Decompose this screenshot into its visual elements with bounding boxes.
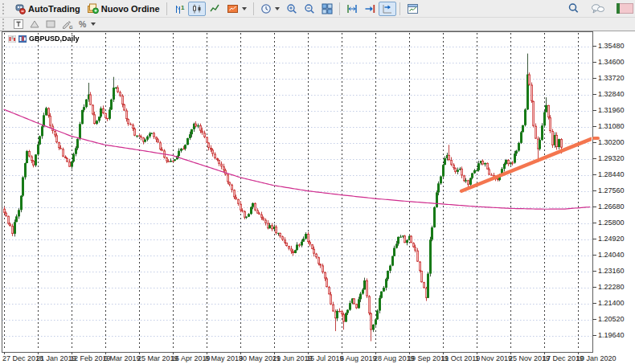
new-order-button[interactable]: Nuovo Ordine: [84, 2, 163, 16]
price-chart[interactable]: [2, 32, 592, 351]
toolbar-separator: [166, 2, 167, 15]
chevron-down-icon[interactable]: [275, 7, 280, 10]
toolbar-grip[interactable]: [2, 18, 8, 30]
price-axis-tick: [592, 255, 596, 256]
y-axis-label: 1.22280: [598, 283, 625, 291]
price-axis-tick: [592, 110, 596, 111]
price-axis-tick: [592, 126, 596, 127]
toolbar-separator: [253, 2, 254, 15]
chart-shift-button[interactable]: [379, 2, 396, 16]
pencil-tool-icon: G: [61, 18, 73, 30]
price-axis-tick: [592, 319, 596, 320]
y-axis-label: 1.24040: [598, 251, 625, 259]
y-axis-label: 1.27560: [598, 186, 625, 194]
zoom-in-icon: [286, 3, 297, 14]
price-axis-tick: [592, 142, 596, 143]
window-edge-fragment: [617, 3, 633, 14]
chart-shift-icon: [382, 3, 393, 14]
zoom-out-button[interactable]: [301, 2, 318, 16]
periods-button[interactable]: [257, 2, 283, 16]
y-axis-label: 1.29320: [598, 154, 625, 162]
y-axis-label: 1.33720: [598, 74, 625, 82]
triangle-tool-icon: [29, 18, 40, 30]
svg-text:%: %: [79, 19, 87, 29]
auto-scroll-icon: [364, 3, 375, 14]
price-axis-tick: [592, 335, 596, 336]
toolbar-grip[interactable]: [2, 3, 8, 14]
drawing-toolbar: G%: [0, 18, 635, 31]
price-axis-tick: [592, 62, 596, 63]
chat-icon: [591, 3, 605, 14]
y-axis-label: 1.23160: [598, 267, 625, 275]
price-axis-tick: [592, 239, 596, 239]
svg-text:G: G: [69, 25, 73, 30]
mini-chart-icon-blue: [18, 35, 27, 43]
y-axis-label: 1.30200: [598, 138, 625, 146]
bar-chart-icon: 1: [174, 3, 185, 14]
toolbar-separator: [399, 2, 400, 15]
chart-symbol-label: GBPUSD,Daily: [29, 35, 80, 43]
x-axis-label: 6 Mar 2019: [104, 354, 141, 362]
y-axis-label: 1.31960: [598, 106, 625, 114]
chart-area: GBPUSD,Daily 1.354801.346001.337201.3284…: [0, 32, 635, 364]
autotrading-icon: [14, 3, 26, 14]
price-axis-tick: [592, 94, 596, 95]
zoom-out-icon: [304, 3, 315, 14]
symbol-label-row: GBPUSD,Daily: [8, 35, 80, 43]
y-axis-label: 1.26680: [598, 202, 625, 211]
search-button[interactable]: [564, 2, 583, 16]
new-chart-button[interactable]: [223, 2, 250, 16]
main-toolbar: AutoTradingNuovo Ordine1: [0, 0, 635, 18]
price-axis: 1.354801.346001.337201.328401.319601.310…: [592, 31, 635, 351]
y-axis-label: 1.34600: [598, 58, 625, 66]
candlestick-chart-button[interactable]: [188, 2, 206, 16]
templates-button[interactable]: [404, 2, 422, 16]
templates-icon: [407, 3, 419, 14]
autotrading-button-label: AutoTrading: [28, 4, 80, 14]
y-axis-label: 1.31080: [598, 122, 625, 130]
bar-chart-button[interactable]: 1: [170, 2, 188, 16]
chevron-down-icon[interactable]: [91, 22, 96, 26]
price-axis-tick: [592, 190, 596, 191]
candlestick-chart-icon: [191, 3, 203, 14]
price-axis-tick: [592, 303, 596, 304]
draw-tool-button[interactable]: G: [59, 18, 76, 30]
shapes-tool-button[interactable]: [27, 18, 43, 30]
price-axis-tick: [592, 223, 596, 223]
text-tool-button[interactable]: [10, 18, 27, 30]
x-axis-label: 10 Jan 2020: [576, 354, 617, 362]
price-axis-tick: [592, 207, 596, 207]
tile-windows-button[interactable]: [318, 2, 336, 16]
search-icon: [567, 2, 580, 14]
metatrader-window: AutoTradingNuovo Ordine1 G% GBPUSD,Daily…: [0, 0, 635, 364]
zoom-in-button[interactable]: [283, 2, 301, 16]
price-axis-tick: [592, 174, 596, 175]
y-axis-label: 1.25800: [598, 219, 625, 227]
new-chart-icon: [227, 3, 239, 14]
new-order-button-label: Nuovo Ordine: [101, 4, 160, 14]
chevron-down-icon[interactable]: [242, 7, 247, 10]
y-axis-label: 1.35480: [598, 42, 625, 50]
auto-scroll-button[interactable]: [361, 2, 379, 16]
price-axis-tick: [592, 78, 596, 79]
y-axis-label: 1.21400: [598, 299, 625, 307]
fixed-scale-button[interactable]: [343, 2, 361, 16]
plot-frame: GBPUSD,Daily: [2, 31, 593, 353]
fixed-scale-icon: [346, 3, 358, 14]
autotrading-button[interactable]: AutoTrading: [10, 2, 84, 16]
svg-text:1: 1: [181, 4, 185, 11]
chat-button[interactable]: [588, 2, 608, 16]
price-axis-tick: [592, 158, 596, 159]
y-axis-label: 1.32840: [598, 90, 625, 98]
mini-chart-icon-red: [8, 35, 16, 43]
x-axis-label: 1 Nov 2019: [475, 354, 512, 362]
time-axis: 27 Dec 201821 Jan 201912 Feb 20196 Mar 2…: [0, 352, 635, 364]
percent-tool-button[interactable]: %: [76, 18, 98, 30]
rectangle-tool-button[interactable]: [43, 18, 59, 30]
price-axis-tick: [592, 271, 596, 272]
toolbar-right-cluster: [564, 2, 633, 16]
x-axis-label: 8 May 2019: [205, 354, 243, 362]
clock-icon: [260, 3, 272, 14]
line-chart-icon: [209, 3, 220, 14]
line-chart-button[interactable]: [206, 2, 223, 16]
